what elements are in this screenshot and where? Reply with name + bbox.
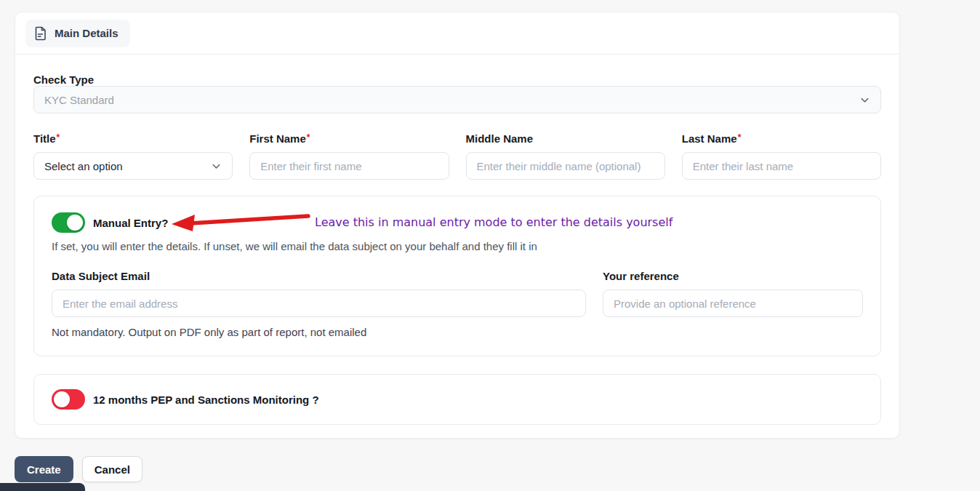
chevron-down-icon xyxy=(211,161,222,172)
cancel-button[interactable]: Cancel xyxy=(82,456,142,482)
email-reference-row: Data Subject Email Not mandatory. Output… xyxy=(52,270,863,338)
document-icon xyxy=(34,26,47,41)
last-name-input[interactable] xyxy=(682,152,881,180)
your-reference-label: Your reference xyxy=(603,270,863,282)
tab-main-details-label: Main Details xyxy=(55,27,119,39)
your-reference-group: Your reference xyxy=(603,270,863,338)
data-subject-email-input[interactable] xyxy=(52,290,586,317)
form-actions: Create Cancel xyxy=(15,456,142,482)
check-type-value: KYC Standard xyxy=(44,94,114,106)
manual-entry-section: Manual Entry? Leave this in manual entry… xyxy=(33,196,881,356)
check-type-select[interactable]: KYC Standard xyxy=(33,86,881,113)
manual-entry-label: Manual Entry? xyxy=(93,217,168,229)
middle-name-label: Middle Name xyxy=(466,132,665,145)
title-field-group: Title* Select an option xyxy=(33,132,233,180)
annotation-arrow-icon xyxy=(171,211,310,233)
chevron-down-icon xyxy=(859,95,870,105)
tab-main-details[interactable]: Main Details xyxy=(25,20,130,47)
last-name-field-group: Last Name* xyxy=(682,132,881,180)
required-asterisk: * xyxy=(738,132,742,143)
required-asterisk: * xyxy=(307,132,310,143)
first-name-field-group: First Name* xyxy=(249,132,449,180)
status-bar-fragment xyxy=(0,483,85,491)
data-subject-email-group: Data Subject Email Not mandatory. Output… xyxy=(52,270,586,338)
toggle-knob xyxy=(54,391,70,407)
your-reference-input[interactable] xyxy=(603,290,863,317)
manual-entry-toggle-row: Manual Entry? Leave this in manual entry… xyxy=(52,212,863,233)
check-type-label: Check Type xyxy=(33,73,881,86)
create-button[interactable]: Create xyxy=(15,456,73,482)
pep-monitoring-section: 12 months PEP and Sanctions Monitoring ? xyxy=(33,374,881,425)
name-fields-row: Title* Select an option First Name* Midd… xyxy=(33,132,881,180)
middle-name-field-group: Middle Name xyxy=(466,132,665,180)
pep-monitoring-label: 12 months PEP and Sanctions Monitoring ? xyxy=(93,394,319,406)
required-asterisk: * xyxy=(57,132,60,143)
title-select[interactable]: Select an option xyxy=(33,152,233,180)
annotation-text: Leave this in manual entry mode to enter… xyxy=(315,215,672,229)
last-name-label: Last Name* xyxy=(682,132,881,145)
card-header: Main Details xyxy=(15,12,899,55)
annotation-group: Leave this in manual entry mode to enter… xyxy=(171,211,672,233)
email-helper-text: Not mandatory. Output on PDF only as par… xyxy=(52,326,586,338)
manual-entry-description: If set, you will enter the details. If u… xyxy=(52,240,863,252)
pep-monitoring-toggle[interactable] xyxy=(52,389,85,410)
middle-name-input[interactable] xyxy=(466,152,665,180)
title-select-value: Select an option xyxy=(44,160,123,172)
first-name-input[interactable] xyxy=(249,152,449,180)
data-subject-email-label: Data Subject Email xyxy=(52,270,586,282)
first-name-label: First Name* xyxy=(249,132,449,145)
toggle-knob xyxy=(67,215,83,231)
title-label: Title* xyxy=(33,132,233,145)
manual-entry-toggle[interactable] xyxy=(52,212,85,233)
main-details-card: Main Details Check Type KYC Standard Tit… xyxy=(15,12,900,439)
